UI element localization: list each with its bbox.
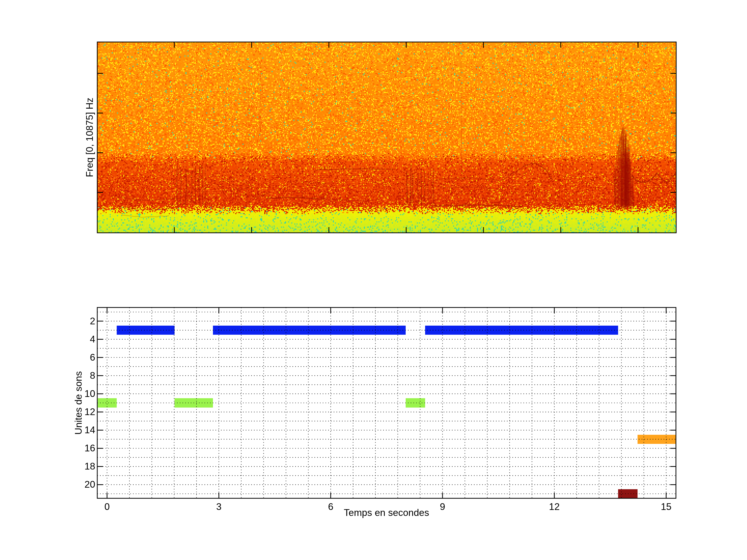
segment-bars-layer	[0, 0, 747, 560]
x-tick-label: 12	[549, 501, 560, 512]
y-tick-label: 20	[84, 479, 95, 490]
y-tick-label: 6	[90, 352, 95, 363]
segment-bar	[618, 489, 638, 498]
x-tick-label: 3	[216, 501, 222, 512]
segment-bar	[425, 326, 618, 335]
y-tick-label: 10	[84, 389, 95, 399]
figure: Freq [0, 10875] Hz Unites de sons Temps …	[0, 0, 747, 560]
y-tick-label: 16	[84, 443, 95, 454]
segment-bar	[175, 398, 213, 407]
segment-bar	[638, 435, 676, 444]
x-tick-label: 6	[328, 501, 334, 512]
spectrogram-ylabel: Freq [0, 10875] Hz	[84, 98, 95, 177]
segment-bar	[406, 398, 425, 407]
segment-bar	[98, 398, 117, 407]
x-tick-label: 0	[104, 501, 110, 512]
x-tick-label: 9	[440, 501, 445, 512]
y-tick-label: 18	[84, 461, 95, 472]
gantt-xlabel: Temps en secondes	[344, 507, 429, 518]
y-tick-label: 8	[90, 370, 95, 381]
segment-bar	[117, 326, 175, 335]
y-tick-label: 14	[84, 425, 95, 435]
y-tick-label: 12	[84, 406, 95, 418]
segment-bar	[213, 326, 406, 335]
y-tick-label: 4	[90, 334, 95, 345]
x-tick-label: 15	[661, 501, 671, 512]
gantt-ylabel: Unites de sons	[73, 371, 84, 435]
y-tick-label: 2	[90, 316, 95, 327]
